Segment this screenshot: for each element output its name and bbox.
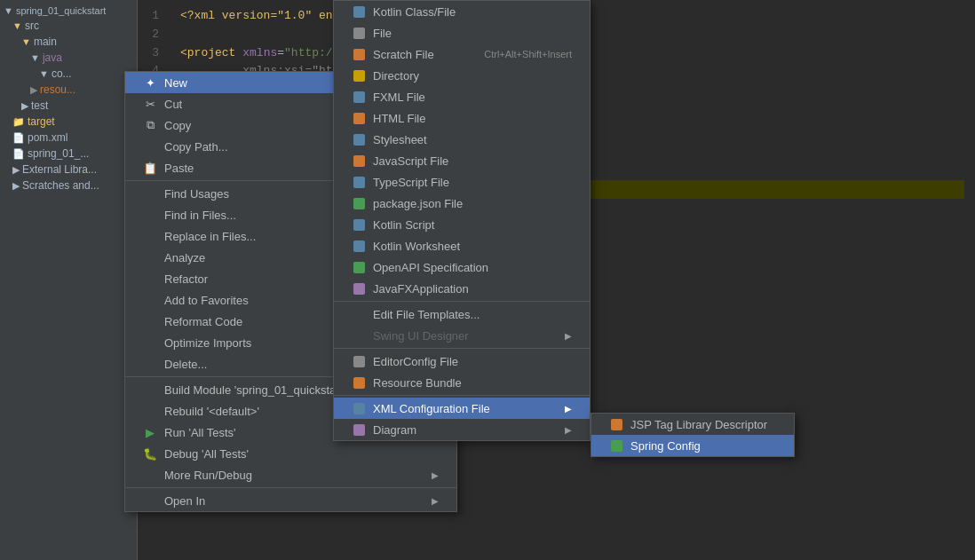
menu-item-debug[interactable]: 🐛 Debug 'All Tests'	[125, 443, 456, 464]
new-editor-config-label: EditorConfig File	[373, 355, 458, 368]
menu-label-copy-path: Copy Path...	[164, 140, 228, 154]
new-swing-icon	[352, 328, 366, 343]
libs-icon: ▶	[12, 164, 20, 176]
pom-icon: 📄	[12, 132, 25, 144]
menu-item-find-usages-left: Find Usages	[143, 186, 229, 201]
new-xml-config[interactable]: XML Configuration File ▶	[334, 398, 590, 419]
new-kotlin-script[interactable]: Kotlin Script	[334, 214, 590, 235]
scratch-shortcut: Ctrl+Alt+Shift+Insert	[484, 49, 572, 59]
co-folder-icon: ▼	[39, 68, 49, 79]
menu-item-analyze-left: Analyze	[143, 250, 205, 264]
src-label: src	[25, 20, 39, 32]
new-swing: Swing UI Designer ▶	[334, 325, 590, 346]
new-openapi-label: OpenAPI Specification	[373, 261, 488, 274]
new-js[interactable]: JavaScript File	[334, 150, 590, 171]
scratches[interactable]: ▶ Scratches and...	[0, 177, 137, 193]
new-resource-icon	[352, 375, 366, 390]
new-sep-3	[334, 395, 590, 396]
new-html-label: HTML File	[373, 112, 425, 125]
test-folder[interactable]: ▶ test	[0, 98, 137, 114]
main-folder[interactable]: ▼ main	[0, 34, 137, 50]
menu-item-copy-left: ⧉ Copy	[143, 118, 191, 132]
new-diagram[interactable]: Diagram ▶	[334, 419, 590, 440]
co-folder[interactable]: ▼ co...	[0, 66, 137, 82]
new-diagram-left: Diagram	[352, 422, 416, 437]
pom-file[interactable]: 📄 pom.xml	[0, 130, 137, 146]
target-folder[interactable]: 📁 target	[0, 114, 137, 130]
new-file[interactable]: File	[334, 22, 590, 43]
res-folder-icon: ▶	[30, 84, 37, 96]
new-xml-icon	[352, 401, 366, 415]
menu-item-more-run[interactable]: More Run/Debug ▶	[125, 464, 456, 485]
test-folder-icon: ▶	[21, 100, 28, 112]
new-pkg-json-label: package.json File	[373, 197, 463, 210]
spring-file[interactable]: 📄 spring_01_...	[0, 146, 137, 162]
new-js-label: JavaScript File	[373, 154, 448, 168]
new-kotlin-class[interactable]: Kotlin Class/File	[334, 1, 590, 22]
run-icon: ▶	[143, 425, 157, 439]
project-root[interactable]: ▼ spring_01_quickstart	[0, 4, 137, 18]
new-scratch-left: Scratch File	[352, 47, 434, 61]
replace-icon	[143, 229, 157, 243]
external-libs[interactable]: ▶ External Libra...	[0, 162, 137, 177]
scratches-icon: ▶	[12, 180, 20, 192]
new-fxml[interactable]: FXML File	[334, 86, 590, 107]
new-editor-config-left: EditorConfig File	[352, 354, 458, 368]
new-pkg-json[interactable]: package.json File	[334, 193, 590, 214]
new-editor-config[interactable]: EditorConfig File	[334, 351, 590, 372]
new-stylesheet-label: Stylesheet	[373, 133, 427, 146]
new-ts-left: TypeScript File	[352, 175, 449, 189]
new-css-icon	[352, 132, 366, 146]
java-folder[interactable]: ▼ java	[0, 50, 137, 66]
xml-config-arrow: ▶	[565, 404, 572, 414]
new-ts[interactable]: TypeScript File	[334, 171, 590, 193]
new-kotlin-ws-icon	[352, 239, 366, 253]
open-in-icon	[143, 493, 157, 508]
xml-spring-left: Spring Config	[609, 438, 701, 453]
new-kotlin-worksheet-left: Kotlin Worksheet	[352, 239, 460, 253]
menu-label-open-in: Open In	[164, 494, 205, 508]
menu-label-analyze: Analyze	[164, 251, 205, 264]
new-edit-templates[interactable]: Edit File Templates...	[334, 304, 590, 325]
new-ts-label: TypeScript File	[373, 176, 449, 189]
new-html[interactable]: HTML File	[334, 107, 590, 129]
menu-label-favorites: Add to Favorites	[164, 294, 249, 307]
new-scratch[interactable]: Scratch File Ctrl+Alt+Shift+Insert	[334, 43, 590, 65]
new-javafx-left: JavaFXApplication	[352, 281, 469, 296]
menu-item-reformat-left: Reformat Code	[143, 314, 242, 328]
new-directory[interactable]: Directory	[334, 65, 590, 86]
menu-item-debug-left: 🐛 Debug 'All Tests'	[143, 446, 249, 461]
xml-jsp-tag[interactable]: JSP Tag Library Descriptor	[591, 414, 794, 435]
new-pkg-json-left: package.json File	[352, 196, 463, 210]
new-kotlin-worksheet[interactable]: Kotlin Worksheet	[334, 235, 590, 256]
xml-spring-config[interactable]: Spring Config	[591, 435, 794, 456]
menu-label-run: Run 'All Tests'	[164, 426, 236, 439]
menu-label-delete: Delete...	[164, 358, 207, 371]
scratches-label: Scratches and...	[22, 179, 99, 192]
jsp-icon	[609, 417, 623, 431]
menu-item-open-in[interactable]: Open In ▶	[125, 490, 456, 511]
menu-label-copy: Copy	[164, 119, 191, 132]
resources-folder[interactable]: ▶ resou...	[0, 82, 137, 98]
src-folder[interactable]: ▼ src	[0, 18, 137, 34]
target-label: target	[28, 115, 55, 128]
new-fxml-icon	[352, 90, 366, 104]
new-editor-config-icon	[352, 354, 366, 368]
rebuild-icon	[143, 404, 157, 418]
menu-label-new: New	[164, 76, 187, 90]
java-label: java	[43, 51, 62, 64]
favorites-icon	[143, 293, 157, 307]
folder-icon: ▼	[21, 36, 31, 47]
new-javafx-label: JavaFXApplication	[373, 282, 469, 296]
new-javafx[interactable]: JavaFXApplication	[334, 278, 590, 299]
new-resource-bundle[interactable]: Resource Bundle	[334, 372, 590, 393]
menu-label-more-run: More Run/Debug	[164, 469, 252, 482]
reformat-icon	[143, 314, 157, 328]
new-templates-icon	[352, 307, 366, 321]
new-edit-templates-left: Edit File Templates...	[352, 307, 480, 321]
menu-item-favorites-left: Add to Favorites	[143, 293, 249, 307]
new-stylesheet[interactable]: Stylesheet	[334, 129, 590, 150]
swing-arrow: ▶	[565, 331, 572, 341]
new-openapi[interactable]: OpenAPI Specification	[334, 256, 590, 278]
paste-icon: 📋	[143, 161, 157, 175]
